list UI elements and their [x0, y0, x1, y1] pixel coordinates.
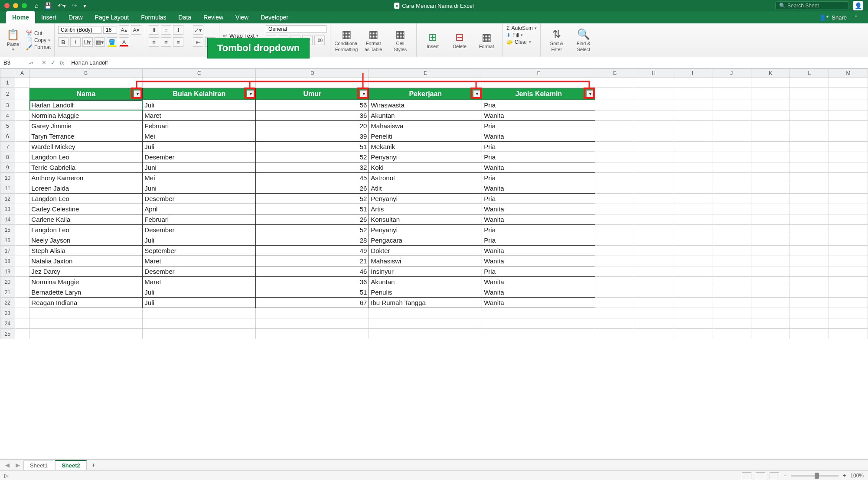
font-color-button[interactable]: A [119, 37, 129, 47]
save-icon[interactable]: 💾 [44, 2, 52, 9]
empty-cell[interactable] [829, 287, 868, 298]
data-cell[interactable]: 67 [256, 298, 369, 308]
tab-developer[interactable]: Developer [255, 11, 294, 23]
empty-cell[interactable] [595, 194, 634, 204]
data-cell[interactable]: Steph Alisia [29, 246, 143, 256]
data-cell[interactable]: Maret [143, 277, 256, 287]
empty-cell[interactable] [595, 329, 634, 339]
empty-cell[interactable] [15, 78, 29, 88]
empty-cell[interactable] [143, 78, 256, 88]
align-center-button[interactable]: ≡ [161, 37, 171, 47]
empty-cell[interactable] [829, 131, 868, 142]
empty-cell[interactable] [712, 287, 751, 298]
empty-cell[interactable] [751, 100, 790, 110]
increase-font-button[interactable]: A▴ [119, 25, 129, 35]
empty-cell[interactable] [712, 121, 751, 131]
data-cell[interactable]: Pria [482, 121, 595, 131]
column-header[interactable]: M [829, 69, 868, 78]
row-header[interactable]: 25 [0, 329, 15, 339]
empty-cell[interactable] [751, 298, 790, 308]
filter-dropdown-button[interactable]: ▼ [586, 90, 594, 98]
data-cell[interactable]: 20 [256, 121, 369, 131]
empty-cell[interactable] [751, 131, 790, 142]
font-name-select[interactable] [58, 26, 101, 34]
row-header[interactable]: 12 [0, 194, 15, 204]
data-cell[interactable]: 52 [256, 194, 369, 204]
data-cell[interactable]: Langdon Leo [29, 225, 143, 235]
data-cell[interactable]: 36 [256, 277, 369, 287]
row-header[interactable]: 24 [0, 318, 15, 329]
empty-cell[interactable] [369, 329, 482, 339]
empty-cell[interactable] [712, 256, 751, 266]
sheet-tab-sheet1[interactable]: Sheet1 [23, 461, 54, 470]
empty-cell[interactable] [15, 266, 29, 277]
data-cell[interactable]: Juli [143, 142, 256, 152]
empty-cell[interactable] [673, 298, 712, 308]
empty-cell[interactable] [712, 266, 751, 277]
number-format-select[interactable] [266, 25, 326, 33]
empty-cell[interactable] [673, 183, 712, 194]
empty-cell[interactable] [751, 162, 790, 173]
empty-cell[interactable] [15, 277, 29, 287]
empty-cell[interactable] [634, 308, 673, 318]
filter-dropdown-button[interactable]: ▼ [134, 90, 141, 98]
empty-cell[interactable] [15, 110, 29, 121]
empty-cell[interactable] [790, 318, 829, 329]
empty-cell[interactable] [15, 235, 29, 246]
row-header[interactable]: 10 [0, 173, 15, 183]
data-cell[interactable]: Normina Maggie [29, 277, 143, 287]
empty-cell[interactable] [712, 308, 751, 318]
empty-cell[interactable] [595, 287, 634, 298]
data-cell[interactable]: 26 [256, 183, 369, 194]
fill-button[interactable]: ⬇Fill [506, 32, 537, 38]
data-cell[interactable]: Desember [143, 266, 256, 277]
add-sheet-button[interactable]: + [88, 461, 100, 470]
empty-cell[interactable] [673, 88, 712, 100]
empty-cell[interactable] [673, 162, 712, 173]
empty-cell[interactable] [829, 308, 868, 318]
name-box[interactable]: B3 ▴▾ [0, 59, 37, 66]
empty-cell[interactable] [15, 287, 29, 298]
empty-cell[interactable] [595, 100, 634, 110]
empty-cell[interactable] [595, 266, 634, 277]
empty-cell[interactable] [634, 246, 673, 256]
empty-cell[interactable] [673, 152, 712, 162]
data-cell[interactable]: Pria [482, 173, 595, 183]
row-header[interactable]: 22 [0, 298, 15, 308]
empty-cell[interactable] [712, 235, 751, 246]
format-cells-button[interactable]: ▦Format [474, 31, 499, 49]
data-cell[interactable]: Astronot [369, 173, 482, 183]
empty-cell[interactable] [595, 214, 634, 225]
empty-cell[interactable] [634, 214, 673, 225]
empty-cell[interactable] [595, 308, 634, 318]
data-cell[interactable]: Pria [482, 142, 595, 152]
empty-cell[interactable] [829, 246, 868, 256]
column-header[interactable]: A [15, 69, 29, 78]
column-header[interactable]: D [256, 69, 369, 78]
empty-cell[interactable] [790, 142, 829, 152]
column-header[interactable]: E [369, 69, 482, 78]
empty-cell[interactable] [15, 298, 29, 308]
empty-cell[interactable] [15, 194, 29, 204]
copy-button[interactable]: 📄Copy [26, 37, 51, 43]
clear-button[interactable]: 🧽Clear [506, 39, 537, 45]
empty-cell[interactable] [143, 318, 256, 329]
empty-cell[interactable] [595, 298, 634, 308]
empty-cell[interactable] [256, 78, 369, 88]
empty-cell[interactable] [673, 173, 712, 183]
empty-cell[interactable] [829, 162, 868, 173]
data-cell[interactable]: Carley Celestine [29, 204, 143, 214]
data-cell[interactable]: Pria [482, 266, 595, 277]
empty-cell[interactable] [751, 142, 790, 152]
row-header[interactable]: 13 [0, 204, 15, 214]
empty-cell[interactable] [673, 142, 712, 152]
empty-cell[interactable] [790, 266, 829, 277]
minimize-window-button[interactable] [13, 3, 18, 8]
empty-cell[interactable] [595, 142, 634, 152]
close-window-button[interactable] [4, 3, 10, 8]
empty-cell[interactable] [29, 318, 143, 329]
empty-cell[interactable] [712, 225, 751, 235]
empty-cell[interactable] [256, 329, 369, 339]
empty-cell[interactable] [751, 173, 790, 183]
delete-cells-button[interactable]: ⊟Delete [447, 31, 472, 49]
